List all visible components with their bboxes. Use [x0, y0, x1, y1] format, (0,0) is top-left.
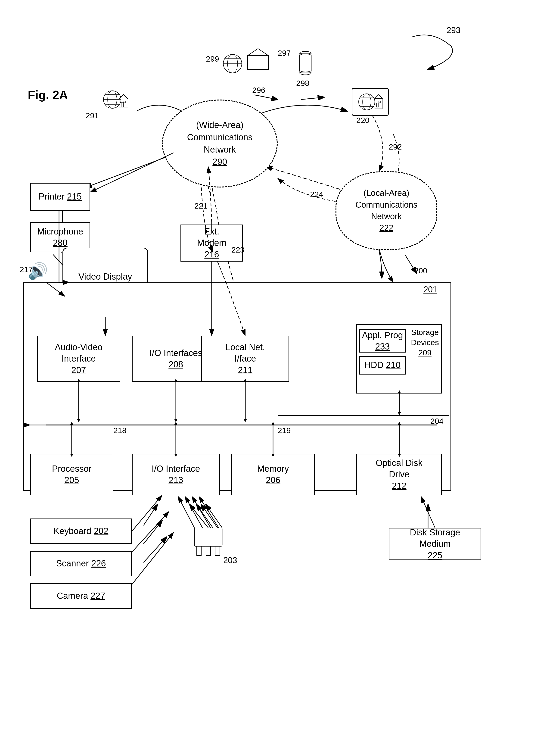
label-296: 296 — [252, 86, 265, 95]
svg-rect-62 — [379, 101, 380, 103]
printer-number: 215 — [67, 192, 82, 201]
local-net-iface-box: Local Net. I/face 211 — [201, 335, 289, 382]
microphone-number: 280 — [53, 238, 67, 248]
svg-rect-59 — [375, 98, 382, 109]
memory-label: Memory — [257, 463, 289, 474]
optical-disk-drive-box: Optical Disk Drive 212 — [356, 454, 442, 496]
io-interfaces-label: I/O Interfaces — [150, 348, 202, 359]
label-203: 203 — [223, 555, 237, 565]
label-293: 293 — [447, 25, 461, 35]
svg-line-122 — [192, 497, 211, 528]
label-299: 299 — [206, 54, 219, 63]
label-223: 223 — [231, 245, 245, 254]
svg-rect-61 — [377, 103, 378, 107]
wide-area-network-cloud: (Wide-Area) Communications Network 290 — [162, 99, 278, 187]
svg-line-118 — [132, 512, 169, 552]
svg-line-120 — [178, 497, 194, 528]
microphone-label: Microphone — [37, 226, 83, 237]
svg-line-41 — [206, 505, 222, 528]
scanner-label: Scanner — [56, 558, 89, 568]
label-224: 224 — [310, 190, 323, 199]
label-220: 220 — [356, 116, 370, 125]
svg-line-36 — [144, 521, 162, 544]
svg-marker-60 — [375, 95, 382, 98]
io-interface-box: I/O Interface 213 — [132, 454, 220, 496]
label-298: 298 — [296, 79, 309, 88]
usb-hub-device — [190, 528, 227, 560]
hdd-box: HDD 210 — [359, 356, 406, 375]
svg-line-38 — [190, 505, 208, 528]
svg-line-123 — [199, 497, 219, 528]
processor-label: Processor — [52, 463, 91, 474]
memory-box: Memory 206 — [231, 454, 315, 496]
svg-line-85 — [90, 153, 173, 192]
svg-marker-69 — [248, 49, 268, 56]
svg-rect-78 — [215, 546, 220, 555]
ext-modem-label: Ext. — [197, 226, 227, 237]
camera-label: Camera — [57, 591, 88, 601]
local-net-number: 211 — [238, 365, 252, 375]
svg-line-124 — [421, 497, 435, 528]
label-297: 297 — [278, 49, 291, 58]
io-interfaces-number: 208 — [168, 360, 183, 369]
disk-storage-medium-box: Disk Storage Medium 225 — [389, 528, 481, 560]
odd-label: Optical Disk — [376, 457, 423, 469]
svg-line-121 — [185, 497, 203, 528]
disk-storage-number: 225 — [427, 550, 442, 560]
label-204: 204 — [430, 417, 444, 426]
label-219: 219 — [278, 426, 291, 435]
svg-rect-52 — [121, 102, 124, 107]
printer-box: Printer 215 — [30, 183, 90, 211]
label-217: 217 — [20, 265, 33, 274]
appl-prog-box: Appl. Prog 233 — [359, 329, 406, 353]
svg-rect-75 — [194, 528, 222, 546]
label-292: 292 — [389, 142, 402, 151]
svg-line-37 — [144, 537, 167, 562]
node-291 — [97, 86, 134, 114]
svg-line-117 — [132, 496, 162, 531]
scanner-box: Scanner 226 — [30, 551, 132, 577]
fig-label: Fig. 2A — [28, 88, 68, 102]
printer-label: Printer — [38, 192, 65, 201]
keyboard-label: Keyboard — [54, 526, 91, 536]
video-display-label: Video Display — [78, 271, 132, 282]
label-201: 201 — [423, 285, 437, 294]
memory-number: 206 — [266, 475, 280, 485]
svg-rect-76 — [197, 546, 201, 555]
keyboard-box: Keyboard 202 — [30, 519, 132, 544]
wan-number: 290 — [187, 156, 253, 168]
label-218: 218 — [113, 426, 127, 435]
camera-box: Camera 227 — [30, 583, 132, 609]
keyboard-number: 202 — [94, 526, 108, 536]
lan-number: 222 — [356, 222, 417, 234]
lan-label: (Local-Area)CommunicationsNetwork — [356, 187, 417, 222]
local-area-network-cloud: (Local-Area)CommunicationsNetwork 222 — [335, 171, 437, 250]
node-220 — [352, 88, 389, 116]
svg-rect-77 — [206, 546, 211, 555]
io-interface-number: 213 — [168, 475, 183, 485]
local-net-label: Local Net. — [225, 342, 265, 353]
wan-label: (Wide-Area) Communications Network — [187, 119, 253, 156]
svg-line-119 — [132, 532, 173, 585]
svg-line-35 — [144, 505, 157, 525]
ext-modem-box: Ext. Modem 216 — [180, 225, 243, 261]
io-interface-label: I/O Interface — [152, 463, 200, 474]
svg-rect-53 — [124, 101, 126, 103]
odd-number: 212 — [392, 481, 406, 491]
ext-modem-number: 216 — [204, 249, 219, 259]
svg-line-40 — [201, 505, 218, 528]
av-interface-number: 207 — [71, 365, 86, 375]
scanner-number: 226 — [91, 558, 106, 568]
disk-storage-label: Disk Storage — [410, 527, 460, 538]
label-221: 221 — [194, 201, 208, 210]
svg-line-39 — [197, 505, 213, 528]
av-interface-label: Audio-Video — [55, 342, 102, 353]
label-200: 200 — [414, 266, 427, 275]
storage-devices-box: StorageDevices209 Appl. Prog 233 HDD 210 — [356, 324, 442, 393]
camera-number: 227 — [90, 591, 105, 601]
audio-video-interface-box: Audio-Video Interface 207 — [37, 335, 120, 382]
processor-number: 205 — [64, 475, 79, 485]
processor-box: Processor 205 — [30, 454, 113, 496]
diagram-container: Fig. 2A (Wide-Area) Communications Netwo… — [0, 0, 553, 756]
svg-rect-72 — [300, 53, 311, 73]
